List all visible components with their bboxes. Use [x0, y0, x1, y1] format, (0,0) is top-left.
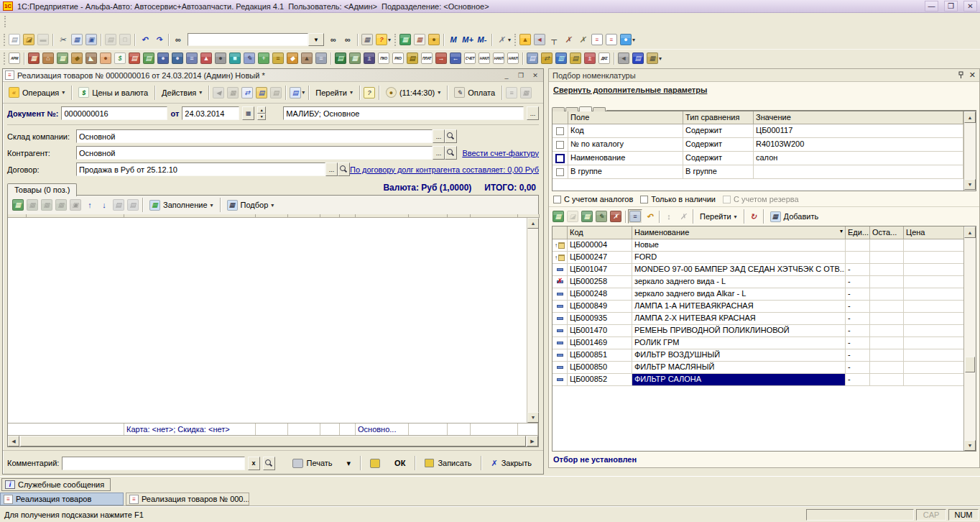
menu-item[interactable] — [45, 15, 57, 28]
nomenclature-row[interactable]: ЦБ000849 ЛАМПА 1-А НИТЕВАЯКРАСНАЯ - — [553, 301, 963, 313]
price-growth-icon[interactable]: ◆ — [285, 51, 300, 65]
post-and-close-icon[interactable]: ▤ — [288, 86, 306, 100]
filter-row[interactable]: Код Содержит ЦБ000117 — [553, 124, 976, 138]
picker-close-icon[interactable]: ✕ — [969, 70, 976, 80]
nomenclature-row[interactable]: ЦБ000004 Новые — [553, 239, 963, 252]
find-icon[interactable]: ∞ — [171, 32, 185, 47]
minimize-button[interactable]: — — [925, 1, 938, 12]
picker-checkbox[interactable]: С учетом резерва — [723, 195, 799, 203]
return-person-icon[interactable]: ← — [448, 51, 463, 65]
money-icon[interactable]: $ — [113, 51, 127, 65]
rko-icon[interactable]: РКО — [391, 51, 405, 65]
new-group-icon[interactable]: ◪ — [565, 209, 580, 224]
report-icon[interactable]: ▤ — [525, 51, 540, 65]
service-messages-button[interactable]: i Служебные сообщения — [1, 478, 111, 491]
add-to-document-button[interactable]: ▦ Добавить — [766, 209, 823, 224]
toolbar-icon[interactable] — [512, 32, 518, 47]
filter-row[interactable]: № по каталогу Содержит R40103W200 — [553, 138, 976, 152]
contract-open-button[interactable] — [338, 162, 350, 176]
sort-desc-icon[interactable]: ▤ — [126, 198, 140, 212]
goods-icon[interactable]: ◆ — [70, 51, 84, 65]
scroll-left-button[interactable]: ◀ — [8, 436, 19, 447]
menu-item[interactable] — [80, 15, 91, 28]
operation-button[interactable]: « Операция▾ — [4, 85, 69, 100]
close-button[interactable]: ✕ — [963, 1, 977, 12]
books-icon[interactable]: ▤ — [333, 51, 348, 65]
list-scroll-down[interactable]: ▼ — [964, 440, 976, 451]
help-icon[interactable]: ? — [362, 86, 376, 100]
calculator-icon[interactable]: ▦ — [398, 32, 412, 47]
contract-select-button[interactable]: ... — [325, 162, 338, 176]
nomenclature-row[interactable]: ЦБ001470 РЕМЕНЬ ПРИВОДНОЙ ПОЛИКЛИНОВОЙ - — [553, 325, 963, 337]
sort-asc-icon[interactable]: ▤ — [111, 198, 126, 212]
delete-row-icon[interactable]: ▦ — [40, 198, 54, 212]
scroll-up-button[interactable]: ▲ — [527, 218, 539, 229]
close-form-button[interactable]: ✗ Закрыть — [484, 457, 539, 470]
nomenclature-icon[interactable]: ▦ — [55, 51, 70, 65]
pin-icon[interactable] — [957, 71, 965, 79]
goto-button[interactable]: Перейти▾ — [311, 86, 357, 99]
repair-request-icon[interactable]: ✗ — [561, 32, 575, 47]
find-next-icon[interactable]: ∞ — [326, 32, 341, 47]
new-document-icon[interactable]: ▤ — [7, 32, 22, 47]
open-icon[interactable]: ◪ — [22, 32, 36, 47]
pick-button[interactable]: ▦ Подбор▾ — [223, 198, 279, 213]
search-dropdown-button[interactable]: ▼ — [308, 33, 324, 46]
picker-tab[interactable] — [552, 107, 565, 111]
find-number-icon[interactable]: ▦ — [226, 86, 240, 100]
pko-icon[interactable]: ПКО — [376, 51, 391, 65]
employees-icon[interactable]: ● — [156, 51, 170, 65]
filter-row[interactable]: Наименование Содержит салон — [553, 152, 976, 165]
money-doc-icon[interactable]: ▤ — [405, 51, 420, 65]
toolbar-icon[interactable] — [1, 51, 7, 65]
grid-horizontal-scrollbar[interactable]: ◀ ▶ — [8, 435, 538, 447]
ok-button[interactable]: ОК — [387, 457, 412, 470]
picker-toolbar-icon[interactable] — [657, 209, 662, 224]
repair-order-icon[interactable]: ✗ — [575, 32, 590, 47]
scroll-thumb[interactable] — [20, 436, 526, 447]
filter-row[interactable]: В группе В группе — [553, 165, 976, 179]
doc-close-button[interactable]: ✕ — [530, 70, 541, 81]
calendar-icon[interactable]: ▦ — [412, 32, 427, 47]
sort-icon[interactable]: ↕ — [662, 209, 676, 224]
nomenclature-row[interactable]: ЦБ000935 ЛАМПА 2-Х НИТЕВАЯ КРАСНАЯ - — [553, 313, 963, 325]
memory-m-icon[interactable]: М — [446, 32, 461, 47]
add-row-icon[interactable]: ▦ — [11, 198, 25, 212]
picker-tab[interactable] — [565, 107, 578, 111]
warehouse-select-button[interactable]: ... — [433, 129, 445, 143]
list-scroll-up[interactable]: ▲ — [964, 226, 976, 238]
alert-icon[interactable]: ▲ — [518, 32, 532, 47]
scroll-down-button[interactable]: ▼ — [527, 412, 539, 423]
edit-row-icon[interactable]: ✎ — [594, 209, 609, 224]
picker-tab[interactable] — [593, 107, 606, 111]
add-row-icon[interactable]: ▦ — [551, 209, 565, 224]
partners-icon[interactable]: ● — [170, 51, 185, 65]
contractor-select-button[interactable]: ... — [433, 146, 445, 160]
nomenclature-row[interactable]: ЦБ001047 MONDEO 97-00 БАМПЕР ЗАД СЕДАН Х… — [553, 264, 963, 276]
goods-people-icon[interactable]: ▦ — [348, 51, 362, 65]
list-col-name[interactable]: Наименование▾ — [632, 226, 846, 239]
goods-grid-body[interactable]: ▲ ▼ — [8, 218, 538, 423]
print-preview-icon[interactable]: □ — [118, 32, 132, 47]
move-down-icon[interactable]: ↓ — [97, 198, 111, 212]
contract-input[interactable] — [76, 162, 325, 176]
invoice-new-icon[interactable]: ≡ — [590, 32, 604, 47]
grid-vertical-scrollbar[interactable]: ▲ ▼ — [527, 218, 538, 423]
plat-icon[interactable]: ПЛАТ — [420, 51, 434, 65]
print-dropdown-button[interactable]: ▾ — [340, 457, 359, 470]
menu-item[interactable] — [34, 15, 45, 28]
personnel-icon[interactable]: ± — [362, 51, 376, 65]
copy-row-icon[interactable]: ▦ — [25, 198, 40, 212]
list-col-unit[interactable]: Еди... — [846, 226, 870, 239]
toolbar-icon[interactable] — [132, 32, 137, 47]
warehouse-icon[interactable]: ⌂ — [41, 51, 55, 65]
finish-edit-icon[interactable]: ▣ — [68, 198, 83, 212]
picker-panel-header[interactable]: Подбор номенклатуры ✕ — [549, 69, 979, 82]
filter-checkbox[interactable] — [556, 141, 564, 149]
announce-icon[interactable]: ◄ — [616, 51, 631, 65]
invoice-list-icon[interactable]: ≡ — [604, 32, 619, 47]
refresh-icon[interactable]: ↻ — [746, 209, 761, 224]
doc-plusminus-icon[interactable]: ± — [583, 51, 597, 65]
prices-currency-button[interactable]: $ Цены и валюта — [74, 85, 152, 100]
filter-checkbox[interactable] — [556, 168, 564, 176]
